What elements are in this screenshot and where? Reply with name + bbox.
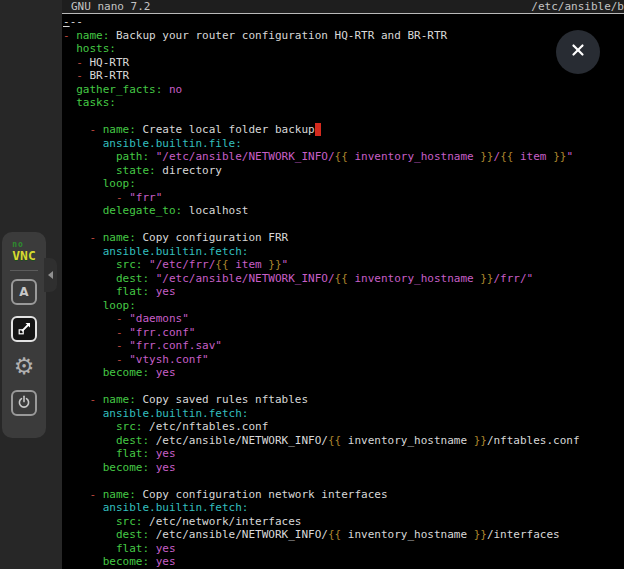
code-line: - BR-RTR — [63, 69, 624, 83]
panel-divider — [10, 270, 38, 271]
code-line: - HQ-RTR — [63, 56, 624, 70]
vnc-control-strip: no VNC A ⚙ — [0, 0, 62, 569]
panel-collapse-handle[interactable] — [44, 258, 57, 292]
code-line: flat: yes — [63, 542, 624, 556]
terminal-content: ---- name: Backup your router configurat… — [63, 15, 624, 569]
code-line: dest: "/etc/ansible/NETWORK_INFO/{{ inve… — [63, 272, 624, 286]
nano-version: GNU nano 7.2 — [71, 0, 150, 13]
code-line: - "daemons" — [63, 312, 624, 326]
code-line: become: yes — [63, 461, 624, 475]
code-line: - "frr.conf" — [63, 326, 624, 340]
code-line: flat: yes — [63, 285, 624, 299]
code-line — [63, 474, 624, 488]
novnc-logo-bottom: VNC — [12, 249, 35, 262]
code-line: dest: /etc/ansible/NETWORK_INFO/{{ inven… — [63, 528, 624, 542]
code-line: path: "/etc/ansible/NETWORK_INFO/{{ inve… — [63, 150, 624, 164]
close-icon — [569, 41, 587, 63]
code-line: src: /etc/network/interfaces — [63, 515, 624, 529]
vnc-control-panel: no VNC A ⚙ — [2, 232, 46, 438]
code-line: become: yes — [63, 366, 624, 380]
code-line: delegate_to: localhost — [63, 204, 624, 218]
code-line: src: "/etc/frr/{{ item }}" — [63, 258, 624, 272]
close-button[interactable] — [556, 30, 600, 74]
nano-filename: /etc/ansible/b — [531, 0, 624, 13]
code-line: loop: — [63, 299, 624, 313]
code-line: - name: Copy saved rules nftables — [63, 393, 624, 407]
extra-keys-button[interactable]: A — [11, 279, 37, 305]
fullscreen-icon — [18, 320, 31, 339]
code-line — [63, 110, 624, 124]
code-line: - name: Copy configuration FRR — [63, 231, 624, 245]
code-line: loop: — [63, 177, 624, 191]
code-line: - name: Create local folder backup — [63, 123, 624, 137]
code-line: state: directory — [63, 164, 624, 178]
code-line: hosts: — [63, 42, 624, 56]
code-line: - "vtysh.conf" — [63, 353, 624, 367]
code-line: flat: yes — [63, 447, 624, 461]
code-line: - "frr" — [63, 191, 624, 205]
code-line: ansible.builtin.fetch: — [63, 245, 624, 259]
code-line: dest: /etc/ansible/NETWORK_INFO/{{ inven… — [63, 434, 624, 448]
novnc-logo: no VNC — [12, 241, 35, 262]
code-line: ansible.builtin.fetch: — [63, 501, 624, 515]
code-line: - "frr.conf.sav" — [63, 339, 624, 353]
code-line: - name: Copy configuration network inter… — [63, 488, 624, 502]
nano-titlebar: GNU nano 7.2 /etc/ansible/b — [62, 0, 624, 14]
extra-keys-icon: A — [19, 285, 28, 299]
settings-button[interactable]: ⚙ — [11, 353, 37, 379]
code-line: src: /etc/nftables.conf — [63, 420, 624, 434]
code-line — [63, 380, 624, 394]
code-line: tasks: — [63, 96, 624, 110]
fullscreen-button[interactable] — [11, 316, 37, 342]
code-line: gather_facts: no — [63, 83, 624, 97]
code-line: ansible.builtin.fetch: — [63, 407, 624, 421]
code-line: - name: Backup your router configuration… — [63, 29, 624, 43]
collapse-arrow-icon — [48, 271, 53, 279]
terminal-window[interactable]: GNU nano 7.2 /etc/ansible/b ---- name: B… — [62, 0, 624, 569]
gear-icon: ⚙ — [14, 355, 35, 377]
code-line: --- — [63, 15, 624, 29]
power-icon — [17, 394, 31, 413]
code-line: ansible.builtin.file: — [63, 137, 624, 151]
code-line: become: yes — [63, 555, 624, 569]
power-button[interactable] — [11, 390, 37, 416]
code-line — [63, 218, 624, 232]
